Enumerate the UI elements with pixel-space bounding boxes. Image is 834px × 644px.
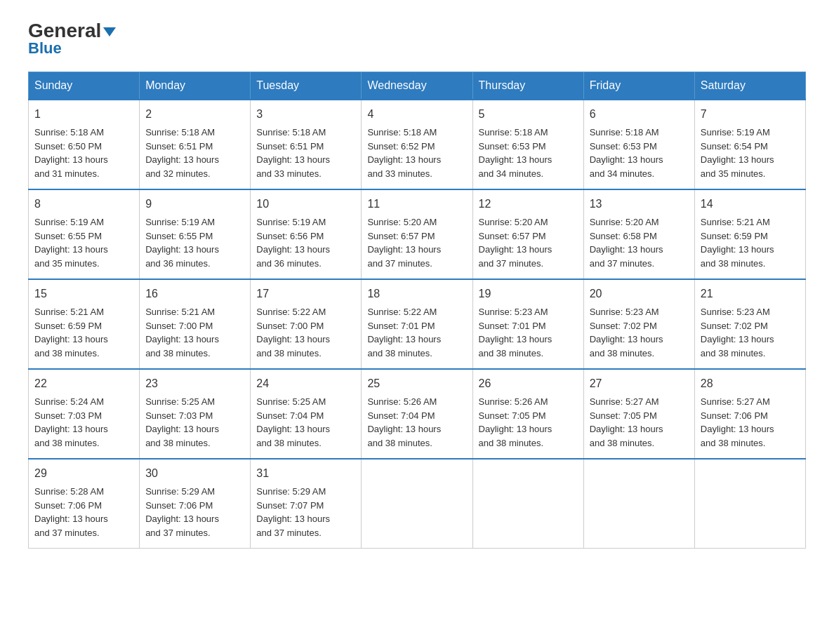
calendar-cell: 1Sunrise: 5:18 AMSunset: 6:50 PMDaylight… xyxy=(29,100,140,189)
day-number: 15 xyxy=(34,286,133,302)
cell-info: Sunrise: 5:18 AMSunset: 6:51 PMDaylight:… xyxy=(256,127,330,179)
cell-info: Sunrise: 5:26 AMSunset: 7:05 PMDaylight:… xyxy=(479,396,552,448)
cell-info: Sunrise: 5:25 AMSunset: 7:03 PMDaylight:… xyxy=(145,396,219,448)
cell-info: Sunrise: 5:19 AMSunset: 6:55 PMDaylight:… xyxy=(34,217,108,269)
header-monday: Monday xyxy=(140,72,251,100)
cell-info: Sunrise: 5:20 AMSunset: 6:57 PMDaylight:… xyxy=(367,217,441,269)
calendar-cell: 24Sunrise: 5:25 AMSunset: 7:04 PMDayligh… xyxy=(251,369,362,459)
calendar-cell: 16Sunrise: 5:21 AMSunset: 7:00 PMDayligh… xyxy=(140,279,251,369)
day-number: 20 xyxy=(590,286,689,302)
calendar-table: SundayMondayTuesdayWednesdayThursdayFrid… xyxy=(28,72,806,549)
header-tuesday: Tuesday xyxy=(251,72,362,100)
day-number: 6 xyxy=(590,106,689,123)
day-number: 16 xyxy=(145,286,244,302)
day-number: 14 xyxy=(701,196,800,213)
calendar-cell: 26Sunrise: 5:26 AMSunset: 7:05 PMDayligh… xyxy=(472,369,583,459)
cell-info: Sunrise: 5:19 AMSunset: 6:54 PMDaylight:… xyxy=(701,127,774,179)
cell-info: Sunrise: 5:22 AMSunset: 7:00 PMDaylight:… xyxy=(256,307,330,358)
cell-info: Sunrise: 5:18 AMSunset: 6:53 PMDaylight:… xyxy=(590,127,663,179)
cell-info: Sunrise: 5:23 AMSunset: 7:02 PMDaylight:… xyxy=(701,307,774,358)
header-thursday: Thursday xyxy=(472,72,583,100)
calendar-cell: 4Sunrise: 5:18 AMSunset: 6:52 PMDaylight… xyxy=(362,100,472,189)
calendar-cell: 29Sunrise: 5:28 AMSunset: 7:06 PMDayligh… xyxy=(29,459,140,549)
day-number: 22 xyxy=(34,375,133,392)
cell-info: Sunrise: 5:19 AMSunset: 6:55 PMDaylight:… xyxy=(145,217,219,269)
cell-info: Sunrise: 5:29 AMSunset: 7:06 PMDaylight:… xyxy=(145,486,219,538)
calendar-cell: 21Sunrise: 5:23 AMSunset: 7:02 PMDayligh… xyxy=(694,279,805,369)
day-number: 5 xyxy=(479,106,578,123)
day-number: 19 xyxy=(479,286,578,302)
calendar-cell: 2Sunrise: 5:18 AMSunset: 6:51 PMDaylight… xyxy=(140,100,251,189)
day-number: 17 xyxy=(256,286,355,302)
day-number: 12 xyxy=(479,196,578,213)
calendar-cell: 23Sunrise: 5:25 AMSunset: 7:03 PMDayligh… xyxy=(140,369,251,459)
calendar-cell: 6Sunrise: 5:18 AMSunset: 6:53 PMDaylight… xyxy=(583,100,694,189)
calendar-cell: 9Sunrise: 5:19 AMSunset: 6:55 PMDaylight… xyxy=(140,189,251,279)
day-number: 9 xyxy=(145,196,244,213)
calendar-cell: 22Sunrise: 5:24 AMSunset: 7:03 PMDayligh… xyxy=(29,369,140,459)
day-number: 13 xyxy=(590,196,689,213)
cell-info: Sunrise: 5:21 AMSunset: 6:59 PMDaylight:… xyxy=(34,307,108,358)
cell-info: Sunrise: 5:26 AMSunset: 7:04 PMDaylight:… xyxy=(367,396,441,448)
cell-info: Sunrise: 5:20 AMSunset: 6:58 PMDaylight:… xyxy=(590,217,663,269)
logo: General Blue xyxy=(28,21,116,58)
page-header: General Blue xyxy=(28,21,806,58)
day-number: 24 xyxy=(256,375,355,392)
day-number: 31 xyxy=(256,465,355,482)
day-number: 23 xyxy=(145,375,244,392)
logo-general: General xyxy=(28,21,116,41)
cell-info: Sunrise: 5:21 AMSunset: 6:59 PMDaylight:… xyxy=(701,217,774,269)
calendar-cell: 13Sunrise: 5:20 AMSunset: 6:58 PMDayligh… xyxy=(583,189,694,279)
cell-info: Sunrise: 5:19 AMSunset: 6:56 PMDaylight:… xyxy=(256,217,330,269)
cell-info: Sunrise: 5:21 AMSunset: 7:00 PMDaylight:… xyxy=(145,307,219,358)
day-number: 2 xyxy=(145,106,244,123)
day-number: 21 xyxy=(701,286,800,302)
calendar-cell: 8Sunrise: 5:19 AMSunset: 6:55 PMDaylight… xyxy=(29,189,140,279)
day-number: 4 xyxy=(367,106,466,123)
cell-info: Sunrise: 5:29 AMSunset: 7:07 PMDaylight:… xyxy=(256,486,330,538)
calendar-cell xyxy=(583,459,694,549)
calendar-cell: 18Sunrise: 5:22 AMSunset: 7:01 PMDayligh… xyxy=(362,279,472,369)
day-number: 11 xyxy=(367,196,466,213)
cell-info: Sunrise: 5:25 AMSunset: 7:04 PMDaylight:… xyxy=(256,396,330,448)
cell-info: Sunrise: 5:27 AMSunset: 7:06 PMDaylight:… xyxy=(701,396,774,448)
week-row-2: 8Sunrise: 5:19 AMSunset: 6:55 PMDaylight… xyxy=(29,189,806,279)
calendar-header-row: SundayMondayTuesdayWednesdayThursdayFrid… xyxy=(29,72,806,100)
calendar-cell: 15Sunrise: 5:21 AMSunset: 6:59 PMDayligh… xyxy=(29,279,140,369)
day-number: 30 xyxy=(145,465,244,482)
day-number: 8 xyxy=(34,196,133,213)
logo-blue: Blue xyxy=(28,39,62,58)
calendar-cell xyxy=(472,459,583,549)
week-row-3: 15Sunrise: 5:21 AMSunset: 6:59 PMDayligh… xyxy=(29,279,806,369)
calendar-cell xyxy=(694,459,805,549)
calendar-cell: 12Sunrise: 5:20 AMSunset: 6:57 PMDayligh… xyxy=(472,189,583,279)
week-row-4: 22Sunrise: 5:24 AMSunset: 7:03 PMDayligh… xyxy=(29,369,806,459)
week-row-5: 29Sunrise: 5:28 AMSunset: 7:06 PMDayligh… xyxy=(29,459,806,549)
cell-info: Sunrise: 5:27 AMSunset: 7:05 PMDaylight:… xyxy=(590,396,663,448)
cell-info: Sunrise: 5:18 AMSunset: 6:51 PMDaylight:… xyxy=(145,127,219,179)
calendar-cell: 20Sunrise: 5:23 AMSunset: 7:02 PMDayligh… xyxy=(583,279,694,369)
calendar-cell: 10Sunrise: 5:19 AMSunset: 6:56 PMDayligh… xyxy=(251,189,362,279)
calendar-cell: 7Sunrise: 5:19 AMSunset: 6:54 PMDaylight… xyxy=(694,100,805,189)
week-row-1: 1Sunrise: 5:18 AMSunset: 6:50 PMDaylight… xyxy=(29,100,806,189)
calendar-cell: 11Sunrise: 5:20 AMSunset: 6:57 PMDayligh… xyxy=(362,189,472,279)
cell-info: Sunrise: 5:23 AMSunset: 7:01 PMDaylight:… xyxy=(479,307,552,358)
cell-info: Sunrise: 5:24 AMSunset: 7:03 PMDaylight:… xyxy=(34,396,108,448)
calendar-cell xyxy=(362,459,472,549)
header-wednesday: Wednesday xyxy=(362,72,472,100)
cell-info: Sunrise: 5:18 AMSunset: 6:53 PMDaylight:… xyxy=(479,127,552,179)
day-number: 27 xyxy=(590,375,689,392)
header-saturday: Saturday xyxy=(694,72,805,100)
calendar-cell: 28Sunrise: 5:27 AMSunset: 7:06 PMDayligh… xyxy=(694,369,805,459)
cell-info: Sunrise: 5:20 AMSunset: 6:57 PMDaylight:… xyxy=(479,217,552,269)
cell-info: Sunrise: 5:18 AMSunset: 6:52 PMDaylight:… xyxy=(367,127,441,179)
header-friday: Friday xyxy=(583,72,694,100)
cell-info: Sunrise: 5:23 AMSunset: 7:02 PMDaylight:… xyxy=(590,307,663,358)
cell-info: Sunrise: 5:28 AMSunset: 7:06 PMDaylight:… xyxy=(34,486,108,538)
day-number: 26 xyxy=(479,375,578,392)
cell-info: Sunrise: 5:18 AMSunset: 6:50 PMDaylight:… xyxy=(34,127,108,179)
day-number: 1 xyxy=(34,106,133,123)
day-number: 7 xyxy=(701,106,800,123)
day-number: 28 xyxy=(701,375,800,392)
calendar-cell: 30Sunrise: 5:29 AMSunset: 7:06 PMDayligh… xyxy=(140,459,251,549)
